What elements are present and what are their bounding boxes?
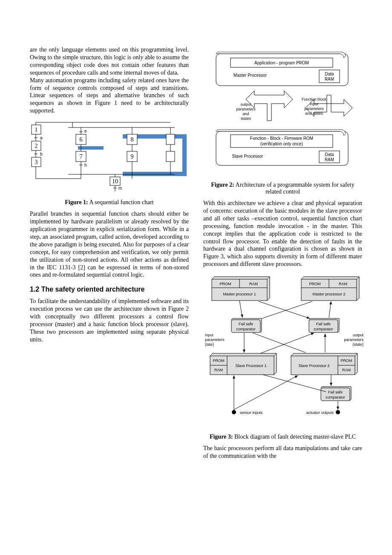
- sfc-diagram: 1 a 2 b 3 e 6 7 h: [30, 119, 187, 196]
- para-intro-1: are the only language elements used on t…: [30, 46, 189, 77]
- svg-text:Slave Processor 2: Slave Processor 2: [298, 364, 329, 368]
- figure-1-caption: Figure 1: A sequential function chart: [30, 199, 189, 206]
- svg-point-120: [336, 410, 340, 414]
- svg-text:10: 10: [112, 178, 118, 185]
- svg-text:PROM: PROM: [213, 358, 225, 363]
- para-arch-2: With this architecture we achieve a clea…: [203, 199, 362, 268]
- svg-text:Master Processor: Master Processor: [233, 73, 267, 78]
- figure-2: Application - program PROM Master Proces…: [203, 46, 362, 195]
- svg-text:6: 6: [80, 136, 83, 143]
- svg-text:7: 7: [80, 153, 83, 160]
- svg-text:8: 8: [131, 136, 134, 143]
- svg-text:9: 9: [131, 153, 134, 160]
- svg-text:sensor inputs: sensor inputs: [240, 410, 263, 415]
- block-diagram: PROM RAM Master processor 1 PROM RAM Mas…: [203, 272, 365, 430]
- para-arch: To facilitate the understandability of i…: [30, 298, 189, 343]
- svg-text:comparator: comparator: [314, 327, 333, 331]
- svg-text:Master processor 1: Master processor 1: [223, 292, 256, 296]
- svg-rect-1: [182, 134, 187, 176]
- svg-text:actuator outputs: actuator outputs: [306, 410, 334, 415]
- svg-text:(verification only  once): (verification only once): [260, 142, 303, 146]
- svg-point-119: [232, 410, 236, 414]
- svg-text:e: e: [84, 129, 87, 133]
- svg-text:RAM: RAM: [342, 368, 351, 372]
- svg-text:3: 3: [35, 159, 38, 165]
- svg-text:states: states: [241, 116, 251, 121]
- svg-text:parameters: parameters: [205, 338, 225, 342]
- svg-text:a: a: [40, 136, 43, 140]
- svg-text:RAM: RAM: [325, 77, 334, 81]
- svg-line-83: [239, 301, 242, 318]
- svg-text:PROM: PROM: [220, 282, 231, 286]
- svg-text:2: 2: [35, 143, 38, 149]
- svg-rect-34: [166, 151, 175, 162]
- svg-text:(state): (state): [352, 342, 363, 347]
- svg-text:output: output: [353, 333, 364, 337]
- svg-rect-3: [78, 146, 104, 150]
- svg-line-86: [262, 301, 312, 318]
- svg-text:RAM: RAM: [339, 282, 347, 286]
- svg-text:PROM: PROM: [341, 358, 352, 363]
- figure-1: 1 a 2 b 3 e 6 7 h: [30, 119, 189, 206]
- svg-text:h: h: [84, 163, 87, 168]
- figure-2-caption: Figure 2: Architecture of a programmable…: [203, 182, 362, 195]
- svg-text:Fail safe: Fail safe: [316, 322, 331, 326]
- svg-text:comparator: comparator: [236, 327, 256, 331]
- svg-text:Fail safe: Fail safe: [328, 390, 343, 394]
- svg-line-95: [253, 333, 306, 353]
- svg-text:Function block: Function block: [302, 97, 327, 101]
- svg-text:Master processor 2: Master processor 2: [312, 292, 345, 296]
- svg-text:and: and: [242, 112, 249, 116]
- para-intro-2: Many automation programs including safet…: [30, 77, 189, 115]
- svg-text:RAM: RAM: [249, 282, 258, 286]
- svg-text:RAM: RAM: [325, 157, 334, 162]
- svg-text:(tate): (tate): [205, 342, 214, 347]
- svg-text:Function - Block - Firmware  R: Function - Block - Firmware ROM: [250, 136, 313, 141]
- svg-rect-33: [166, 134, 175, 145]
- svg-line-96: [260, 333, 314, 353]
- svg-text:1: 1: [35, 127, 38, 133]
- svg-text:input: input: [310, 102, 318, 106]
- architecture-diagram: Application - program PROM Master Proces…: [203, 46, 361, 178]
- para-basic-proc: The basic processors perform all data ma…: [203, 445, 362, 460]
- svg-text:parameters: parameters: [304, 107, 324, 111]
- svg-text:comparator: comparator: [326, 395, 345, 399]
- svg-line-85: [259, 301, 310, 318]
- svg-text:Slave Processor 1: Slave Processor 1: [235, 364, 266, 368]
- svg-text:PROM: PROM: [309, 282, 321, 286]
- svg-text:RAM: RAM: [214, 368, 223, 372]
- svg-text:output: output: [240, 102, 251, 107]
- svg-text:parameters: parameters: [236, 107, 256, 111]
- svg-text:parameters: parameters: [344, 338, 363, 342]
- svg-line-84: [329, 301, 331, 318]
- svg-text:Data: Data: [325, 72, 334, 76]
- svg-text:b: b: [40, 152, 43, 156]
- svg-text:Data: Data: [325, 152, 334, 157]
- svg-text:Application - program PROM: Application - program PROM: [254, 61, 309, 65]
- svg-text:Fail safe: Fail safe: [239, 322, 253, 326]
- section-1-2-heading: 1.2 The safety oriented architecture: [30, 286, 189, 293]
- svg-line-115: [234, 376, 298, 410]
- svg-text:Slave Processor: Slave Processor: [232, 154, 263, 159]
- svg-text:and states: and states: [305, 111, 323, 116]
- para-parallel: Parallel branches in sequential function…: [30, 210, 189, 279]
- figure-3-caption: Figure 3: Block diagram of fault detecti…: [203, 434, 362, 440]
- svg-text:m: m: [118, 186, 122, 191]
- figure-3: PROM RAM Master processor 1 PROM RAM Mas…: [203, 272, 362, 440]
- svg-text:input: input: [205, 333, 213, 337]
